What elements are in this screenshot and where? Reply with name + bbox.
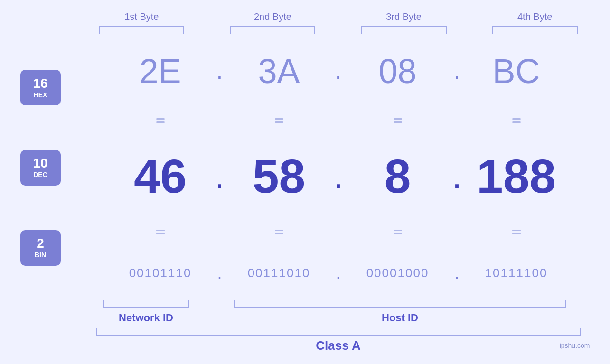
dec-dot-3: .	[445, 159, 469, 193]
id-labels-row: Network ID Host ID	[87, 310, 590, 324]
byte-label-2: 2nd Byte	[254, 11, 291, 22]
dec-name: DEC	[33, 171, 47, 178]
dec-byte-2: 58	[232, 152, 327, 200]
dec-byte-4: 188	[469, 152, 564, 200]
byte-label-1: 1st Byte	[124, 11, 159, 22]
top-bracket-2	[230, 26, 315, 34]
byte-headers: 1st Byte 2nd Byte 3rd Byte 4th Byte	[87, 11, 590, 34]
dec-byte-3: 8	[350, 152, 445, 200]
hex-byte-1: 2E	[113, 54, 208, 88]
eq4	[469, 118, 564, 123]
byte-label-3: 3rd Byte	[386, 11, 421, 22]
dec-badge: 10 DEC	[20, 150, 61, 186]
bin-byte-1: 00101110	[113, 267, 208, 279]
hex-dot-2: .	[327, 60, 350, 83]
host-bracket	[234, 300, 566, 308]
bin-name: BIN	[35, 251, 46, 259]
byte-col-1: 1st Byte	[87, 11, 197, 34]
hex-badge: 16 HEX	[20, 70, 61, 105]
network-bracket-container	[87, 300, 206, 308]
labels-column: 16 HEX 10 DEC 2 BIN	[20, 38, 87, 298]
bin-byte-2: 00111010	[232, 267, 327, 279]
dec-dot-2: .	[327, 159, 350, 193]
hex-byte-3: 08	[350, 54, 445, 88]
byte-col-2: 2nd Byte	[218, 11, 328, 34]
eq2	[232, 118, 327, 123]
hex-number: 16	[33, 77, 47, 90]
eq5	[113, 230, 208, 234]
bytes-area: 2E . 3A . 08 . BC	[87, 38, 590, 298]
top-bracket-4	[492, 26, 578, 34]
top-bracket-1	[99, 26, 184, 34]
dec-byte-1: 46	[113, 152, 208, 200]
host-id-label: Host ID	[229, 310, 571, 324]
network-bracket	[103, 300, 189, 308]
byte-label-4: 4th Byte	[517, 11, 552, 22]
bin-row: 00101110 . 00111010 . 00001000 . 1011110…	[87, 264, 590, 281]
bin-byte-3: 00001000	[350, 267, 445, 279]
watermark: ipshu.com	[560, 342, 590, 349]
eq7	[350, 230, 445, 234]
dec-dot-1: .	[208, 159, 232, 193]
equals-dec-bin	[87, 223, 590, 242]
bottom-brackets: Network ID Host ID	[87, 300, 590, 324]
bin-number: 2	[37, 237, 44, 250]
class-bracket	[96, 328, 581, 336]
class-label: Class A	[316, 336, 360, 353]
hex-dot-1: .	[208, 60, 232, 83]
bin-dot-1: .	[208, 264, 232, 281]
byte-col-4: 4th Byte	[480, 11, 590, 34]
equals-hex-dec	[87, 111, 590, 130]
hex-dot-3: .	[445, 60, 469, 83]
eq1	[113, 118, 208, 123]
hex-byte-2: 3A	[232, 54, 327, 88]
bin-badge: 2 BIN	[20, 230, 61, 266]
id-brackets-row	[87, 300, 590, 308]
byte-col-3: 3rd Byte	[349, 11, 459, 34]
content-area: 16 HEX 10 DEC 2 BIN 2E . 3A	[20, 38, 590, 298]
bin-dot-3: .	[445, 264, 469, 281]
class-row: Class A	[87, 328, 590, 353]
hex-byte-4: BC	[469, 54, 564, 88]
eq6	[232, 230, 327, 234]
host-bracket-container	[229, 300, 571, 308]
network-id-label: Network ID	[87, 310, 206, 324]
dec-row: 46 . 58 . 8 . 188	[87, 152, 590, 200]
eq3	[350, 118, 445, 123]
eq8	[469, 230, 564, 234]
bin-byte-4: 10111100	[469, 267, 564, 279]
top-bracket-3	[361, 26, 447, 34]
bin-dot-2: .	[327, 264, 350, 281]
dec-number: 10	[33, 157, 47, 170]
hex-row: 2E . 3A . 08 . BC	[87, 54, 590, 88]
hex-name: HEX	[34, 91, 47, 99]
